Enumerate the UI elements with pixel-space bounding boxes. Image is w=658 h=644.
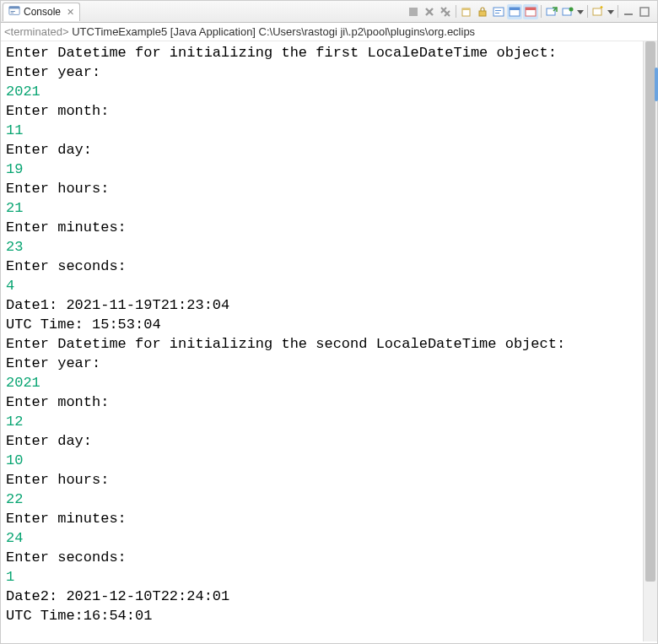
svg-rect-18 [593, 8, 601, 15]
svg-rect-6 [462, 8, 470, 10]
svg-rect-2 [11, 11, 15, 12]
console-output-line: Date1: 2021-11-19T21:23:04 [6, 295, 638, 315]
console-input-line: 2021 [6, 373, 638, 392]
show-stdout-icon [509, 6, 520, 18]
open-console-icon [546, 6, 558, 18]
remove-all-launches-button[interactable] [438, 4, 453, 19]
dropdown-arrow-icon [577, 8, 584, 15]
right-edge-marker [655, 68, 658, 101]
console-output[interactable]: Enter Datetime for initializing the firs… [1, 41, 643, 641]
svg-rect-7 [479, 11, 486, 16]
svg-rect-9 [495, 10, 501, 11]
console-dropdown-button[interactable] [576, 4, 585, 19]
remove-launch-button[interactable] [422, 4, 437, 19]
toolbar-separator [541, 5, 542, 18]
console-output-line: Enter year: [6, 62, 638, 82]
show-stderr-button[interactable] [523, 4, 538, 19]
tab-title: Console [24, 6, 61, 18]
svg-rect-1 [9, 6, 19, 8]
scrollbar-thumb[interactable] [645, 41, 655, 582]
clear-console-button[interactable] [459, 4, 474, 19]
svg-rect-3 [11, 12, 14, 13]
console-input-line: 12 [6, 412, 638, 431]
console-input-line: 1 [6, 567, 638, 587]
remove-launch-icon [423, 6, 435, 18]
console-output-line: Enter seconds: [6, 548, 638, 567]
svg-rect-15 [547, 8, 555, 15]
svg-rect-8 [494, 8, 504, 16]
console-input-line: 22 [6, 490, 638, 509]
maximize-icon [639, 7, 650, 17]
svg-rect-14 [526, 8, 536, 10]
vertical-scrollbar[interactable] [643, 41, 657, 641]
dropdown-arrow-icon [607, 8, 614, 15]
console-output-line: Enter day: [6, 140, 638, 160]
clear-console-icon [461, 6, 472, 18]
console-output-line: Date2: 2021-12-10T22:24:01 [6, 587, 638, 606]
launch-class: UTCTimeExample5 [72, 25, 170, 38]
svg-rect-20 [640, 8, 649, 16]
show-stdout-button[interactable] [507, 4, 522, 19]
console-output-line: Enter Datetime for initializing the firs… [6, 43, 638, 62]
toolbar-separator [456, 5, 456, 18]
word-wrap-icon [493, 6, 504, 18]
launch-path: C:\Users\rastogi ji\.p2\pool\plugins\org… [259, 25, 476, 38]
console-output-line: Enter hours: [6, 470, 638, 490]
launch-state: <terminated> [4, 25, 69, 38]
console-wrap: Enter Datetime for initializing the firs… [1, 41, 657, 641]
svg-rect-19 [624, 14, 633, 15]
console-input-line: 21 [6, 198, 638, 218]
console-input-line: 2021 [6, 82, 638, 101]
new-console-dropdown-button[interactable] [607, 4, 615, 19]
console-output-line: UTC Time: 15:53:04 [6, 315, 638, 334]
lock-icon [477, 6, 488, 18]
new-console-button[interactable] [591, 4, 606, 19]
launch-type: [Java Application] [170, 25, 256, 38]
show-stderr-icon [525, 6, 537, 18]
svg-rect-10 [495, 13, 499, 14]
console-input-line: 19 [6, 160, 638, 179]
console-output-line: UTC Time:16:54:01 [6, 606, 638, 625]
console-output-line: Enter year: [6, 354, 638, 373]
console-output-line: Enter month: [6, 101, 638, 121]
console-input-line: 23 [6, 237, 638, 257]
svg-point-17 [569, 7, 574, 11]
remove-all-launches-icon [440, 6, 451, 18]
open-console-button[interactable] [544, 4, 559, 19]
console-output-line: Enter month: [6, 392, 638, 412]
console-output-line: Enter Datetime for initializing the seco… [6, 334, 638, 354]
new-console-icon [592, 6, 604, 18]
console-input-line: 11 [6, 121, 638, 140]
launch-status-line: <terminated> UTCTimeExample5 [Java Appli… [1, 23, 657, 41]
pin-icon [562, 6, 574, 18]
minimize-button[interactable] [621, 4, 636, 19]
word-wrap-button[interactable] [491, 4, 506, 19]
console-output-line: Enter minutes: [6, 509, 638, 528]
maximize-button[interactable] [637, 4, 652, 19]
terminate-button[interactable] [406, 4, 421, 19]
console-input-line: 10 [6, 451, 638, 470]
console-input-line: 24 [6, 528, 638, 548]
pin-console-button[interactable] [560, 4, 575, 19]
scroll-lock-button[interactable] [475, 4, 490, 19]
stop-icon [408, 7, 418, 17]
svg-rect-4 [409, 8, 418, 16]
console-icon [8, 5, 20, 19]
toolbar-separator [587, 5, 588, 18]
console-tab[interactable]: Console ✕ [3, 3, 80, 21]
svg-rect-12 [510, 8, 520, 10]
console-input-line: 4 [6, 276, 638, 295]
console-output-line: Enter minutes: [6, 218, 638, 237]
console-output-line: Enter day: [6, 431, 638, 451]
console-toolbar [406, 4, 655, 19]
close-icon[interactable]: ✕ [67, 7, 74, 18]
console-output-line: Enter seconds: [6, 257, 638, 276]
minimize-icon [623, 7, 634, 17]
toolbar-separator [618, 5, 618, 18]
console-output-line: Enter hours: [6, 179, 638, 198]
tab-bar: Console ✕ [1, 1, 657, 23]
